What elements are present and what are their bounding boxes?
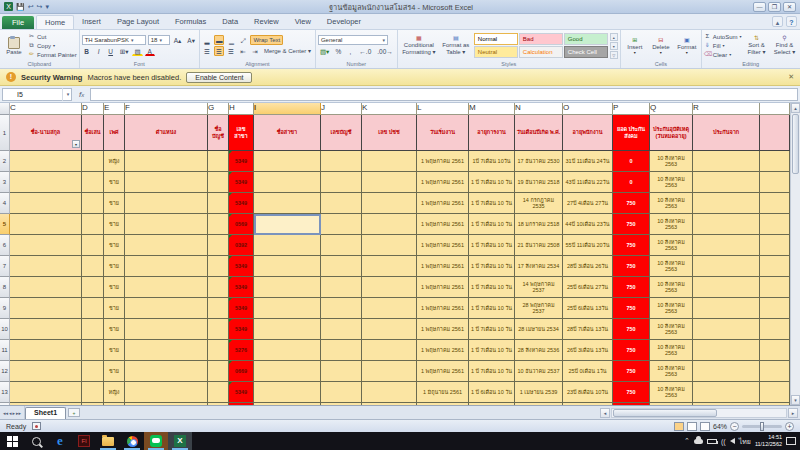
cell-C10[interactable] — [10, 319, 82, 340]
cell-filler-9[interactable] — [760, 298, 790, 319]
cell-N4[interactable]: 14 กรกฎาคม 2535 — [515, 193, 563, 214]
cell-P11[interactable]: 750 — [613, 340, 650, 361]
cell-I2[interactable] — [254, 151, 321, 172]
copy-button[interactable]: ⧉Copy ▾ — [28, 42, 77, 50]
cell-G4[interactable] — [208, 193, 229, 214]
taskbar-clock[interactable]: 14:51 11/12/2562 — [755, 434, 782, 448]
fill-color-button[interactable]: ▧ — [132, 46, 142, 56]
cell-N10[interactable]: 28 เมษายน 2534 — [515, 319, 563, 340]
cell-K5[interactable] — [362, 214, 417, 235]
language-indicator[interactable]: ไทย — [739, 436, 751, 447]
cell-O8[interactable]: 25ปี 6เดือน 27วัน — [563, 277, 613, 298]
cell-N2[interactable]: 17 ธันวาคม 2530 — [515, 151, 563, 172]
macro-record-icon[interactable] — [32, 422, 41, 430]
comma-style-button[interactable]: , — [345, 46, 355, 56]
delete-cells-button[interactable]: ⊟Delete▾ — [649, 37, 673, 55]
cell-D10[interactable] — [82, 319, 104, 340]
cell-R4[interactable] — [693, 193, 760, 214]
cell-J2[interactable] — [321, 151, 362, 172]
align-right-button[interactable]: ☰ — [226, 46, 236, 56]
formula-input[interactable] — [90, 88, 798, 101]
row-header-5[interactable]: 5 — [0, 214, 10, 235]
minimize-button[interactable]: — — [753, 2, 766, 12]
cell-filler-7[interactable] — [760, 256, 790, 277]
filter-dropdown-icon[interactable]: ▾ — [72, 140, 80, 148]
cell-O11[interactable]: 26ปี 3เดือน 13วัน — [563, 340, 613, 361]
cell-D11[interactable] — [82, 340, 104, 361]
cell-P2[interactable]: 0 — [613, 151, 650, 172]
top-align-button[interactable]: ▂ — [202, 35, 212, 45]
font-size-combo[interactable]: 18▾ — [148, 35, 170, 45]
cell-style-bad[interactable]: Bad — [519, 33, 563, 45]
cells-group-label[interactable]: Cells — [623, 60, 699, 68]
cell-C3[interactable] — [10, 172, 82, 193]
column-header-C[interactable]: C — [10, 103, 82, 115]
cell-I11[interactable] — [254, 340, 321, 361]
row-header-4[interactable]: 4 — [0, 193, 10, 214]
conditional-formatting-button[interactable]: ▦Conditional Formatting ▾ — [400, 35, 438, 55]
cell-F9[interactable] — [125, 298, 208, 319]
align-left-button[interactable]: ☰ — [202, 46, 212, 56]
italic-button[interactable]: I — [94, 46, 104, 56]
cell-Q11[interactable]: 10 สิงหาคม 2563 — [650, 340, 693, 361]
cell-J12[interactable] — [321, 361, 362, 382]
cell-P3[interactable]: 0 — [613, 172, 650, 193]
column-header-H[interactable]: H — [229, 103, 254, 115]
row-header-14[interactable] — [0, 403, 10, 405]
cell-M4[interactable]: 1 ปี 7เดือน 10 วัน — [469, 193, 515, 214]
row-header-8[interactable]: 8 — [0, 277, 10, 298]
clear-button[interactable]: ⌫Clear ▾ — [704, 51, 742, 59]
format-cells-button[interactable]: ▣Format▾ — [675, 37, 699, 55]
cell-L8[interactable]: 1 พฤษภาคม 2561 — [417, 277, 469, 298]
cell-P12[interactable]: 750 — [613, 361, 650, 382]
bottom-align-button[interactable]: ▁ — [226, 35, 236, 45]
page-break-view-button[interactable] — [700, 422, 710, 431]
vertical-scroll-thumb[interactable] — [792, 114, 799, 174]
paste-button[interactable]: Paste — [2, 37, 26, 55]
cell-E4[interactable]: ชาย — [104, 193, 125, 214]
cell-filler-6[interactable] — [760, 235, 790, 256]
cell-style-neutral[interactable]: Neutral — [474, 46, 518, 58]
cell-Q9[interactable]: 10 สิงหาคม 2563 — [650, 298, 693, 319]
zoom-slider-thumb[interactable] — [760, 422, 764, 431]
select-all-corner[interactable] — [0, 103, 10, 115]
cell-F4[interactable] — [125, 193, 208, 214]
cell-O10[interactable]: 28ปี 7เดือน 13วัน — [563, 319, 613, 340]
sheet-tab-sheet1[interactable]: Sheet1 — [25, 407, 66, 419]
cell-F12[interactable] — [125, 361, 208, 382]
cell-O2[interactable]: 31ปี 11เดือน 24วัน — [563, 151, 613, 172]
cell-K6[interactable] — [362, 235, 417, 256]
cell-G2[interactable] — [208, 151, 229, 172]
cell-M8[interactable]: 1 ปี 7เดือน 10 วัน — [469, 277, 515, 298]
onedrive-cloud-icon[interactable] — [694, 439, 703, 444]
cell-F14[interactable] — [125, 403, 208, 405]
horizontal-scrollbar[interactable]: ◂ ▸ — [600, 406, 800, 419]
cell-J5[interactable] — [321, 214, 362, 235]
column-header-M[interactable]: M — [469, 103, 515, 115]
cell-C6[interactable] — [10, 235, 82, 256]
battery-icon[interactable] — [707, 439, 717, 444]
cell-I8[interactable] — [254, 277, 321, 298]
find-select-button[interactable]: ⚲Find & Select ▾ — [772, 35, 798, 55]
cell-L10[interactable]: 1 พฤษภาคม 2561 — [417, 319, 469, 340]
redo-icon[interactable]: ↪ — [37, 3, 43, 11]
wrap-text-button[interactable]: Wrap Text — [250, 35, 283, 45]
cell-L12[interactable]: 1 พฤษภาคม 2561 — [417, 361, 469, 382]
cell-L2[interactable]: 1 พฤษภาคม 2561 — [417, 151, 469, 172]
cell-G14[interactable] — [208, 403, 229, 405]
cell-L9[interactable]: 1 พฤษภาคม 2561 — [417, 298, 469, 319]
taskbar-excel-button[interactable]: X — [168, 432, 192, 450]
row-header-10[interactable]: 10 — [0, 319, 10, 340]
tab-view[interactable]: View — [287, 15, 319, 29]
action-center-icon[interactable] — [786, 437, 796, 445]
decrease-decimal-button[interactable]: .00→ — [375, 46, 395, 56]
cell-filler-13[interactable] — [760, 382, 790, 403]
cell-J7[interactable] — [321, 256, 362, 277]
cell-filler-5[interactable] — [760, 214, 790, 235]
scroll-down-icon[interactable]: ▾ — [791, 395, 800, 405]
percent-style-button[interactable]: % — [333, 46, 343, 56]
cell-F11[interactable] — [125, 340, 208, 361]
cell-R14[interactable] — [693, 403, 760, 405]
taskbar-chrome-button[interactable] — [120, 432, 144, 450]
cell-I5[interactable] — [254, 214, 321, 235]
